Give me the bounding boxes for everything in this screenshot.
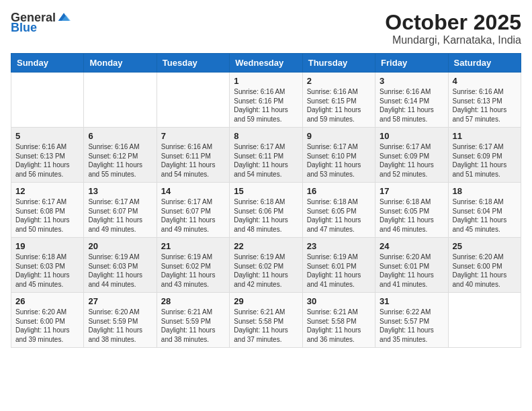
day-number: 27	[88, 296, 152, 306]
day-number: 6	[88, 131, 152, 141]
day-number: 16	[307, 186, 371, 196]
day-info: Sunrise: 6:20 AM Sunset: 5:59 PM Dayligh…	[88, 308, 152, 344]
calendar-cell: 29Sunrise: 6:21 AM Sunset: 5:58 PM Dayli…	[230, 293, 302, 348]
weekday-header-saturday: Saturday	[448, 54, 521, 73]
calendar-cell: 22Sunrise: 6:19 AM Sunset: 6:02 PM Dayli…	[230, 238, 302, 293]
calendar-cell: 6Sunrise: 6:16 AM Sunset: 6:12 PM Daylig…	[84, 128, 157, 183]
day-number: 26	[15, 296, 79, 306]
day-info: Sunrise: 6:18 AM Sunset: 6:04 PM Dayligh…	[453, 197, 517, 234]
calendar-cell: 16Sunrise: 6:18 AM Sunset: 6:05 PM Dayli…	[302, 183, 375, 238]
day-number: 11	[453, 131, 517, 141]
calendar-cell: 8Sunrise: 6:17 AM Sunset: 6:11 PM Daylig…	[230, 128, 302, 183]
day-info: Sunrise: 6:17 AM Sunset: 6:07 PM Dayligh…	[161, 197, 225, 234]
day-info: Sunrise: 6:20 AM Sunset: 6:00 PM Dayligh…	[453, 253, 517, 289]
calendar-cell: 2Sunrise: 6:16 AM Sunset: 6:15 PM Daylig…	[302, 73, 375, 128]
calendar-cell	[448, 293, 521, 348]
day-info: Sunrise: 6:20 AM Sunset: 6:01 PM Dayligh…	[380, 253, 443, 289]
calendar-week-3: 12Sunrise: 6:17 AM Sunset: 6:08 PM Dayli…	[11, 183, 521, 238]
day-info: Sunrise: 6:19 AM Sunset: 6:01 PM Dayligh…	[307, 253, 371, 289]
calendar-cell: 25Sunrise: 6:20 AM Sunset: 6:00 PM Dayli…	[448, 238, 521, 293]
day-info: Sunrise: 6:16 AM Sunset: 6:14 PM Dayligh…	[380, 87, 443, 124]
day-info: Sunrise: 6:18 AM Sunset: 6:06 PM Dayligh…	[234, 197, 298, 234]
day-number: 28	[161, 296, 225, 306]
calendar-cell	[11, 73, 84, 128]
day-info: Sunrise: 6:21 AM Sunset: 5:58 PM Dayligh…	[307, 308, 371, 344]
day-info: Sunrise: 6:17 AM Sunset: 6:07 PM Dayligh…	[88, 197, 152, 234]
calendar-title: October 2025	[385, 11, 521, 34]
calendar-cell: 11Sunrise: 6:17 AM Sunset: 6:09 PM Dayli…	[448, 128, 521, 183]
calendar-week-4: 19Sunrise: 6:18 AM Sunset: 6:03 PM Dayli…	[11, 238, 521, 293]
day-number: 20	[88, 241, 152, 251]
day-info: Sunrise: 6:18 AM Sunset: 6:05 PM Dayligh…	[380, 197, 443, 234]
calendar-cell: 23Sunrise: 6:19 AM Sunset: 6:01 PM Dayli…	[302, 238, 375, 293]
calendar-cell: 17Sunrise: 6:18 AM Sunset: 6:05 PM Dayli…	[375, 183, 448, 238]
calendar-cell: 12Sunrise: 6:17 AM Sunset: 6:08 PM Dayli…	[11, 183, 84, 238]
day-number: 23	[307, 241, 371, 251]
day-info: Sunrise: 6:21 AM Sunset: 5:58 PM Dayligh…	[234, 308, 298, 344]
weekday-header-thursday: Thursday	[302, 54, 375, 73]
day-number: 31	[380, 296, 443, 306]
calendar-cell: 30Sunrise: 6:21 AM Sunset: 5:58 PM Dayli…	[302, 293, 375, 348]
day-number: 29	[234, 296, 298, 306]
calendar-cell: 1Sunrise: 6:16 AM Sunset: 6:16 PM Daylig…	[230, 73, 302, 128]
weekday-header-row: SundayMondayTuesdayWednesdayThursdayFrid…	[11, 54, 521, 73]
day-number: 12	[15, 186, 79, 196]
calendar-week-2: 5Sunrise: 6:16 AM Sunset: 6:13 PM Daylig…	[11, 128, 521, 183]
weekday-header-friday: Friday	[375, 54, 448, 73]
day-number: 22	[234, 241, 298, 251]
calendar-week-1: 1Sunrise: 6:16 AM Sunset: 6:16 PM Daylig…	[11, 73, 521, 128]
calendar-cell: 27Sunrise: 6:20 AM Sunset: 5:59 PM Dayli…	[84, 293, 157, 348]
calendar-cell: 20Sunrise: 6:19 AM Sunset: 6:03 PM Dayli…	[84, 238, 157, 293]
day-number: 15	[234, 186, 298, 196]
day-info: Sunrise: 6:16 AM Sunset: 6:11 PM Dayligh…	[161, 142, 225, 179]
calendar-cell	[84, 73, 157, 128]
page-header: General Blue October 2025 Mundargi, Karn…	[11, 11, 521, 46]
logo-blue: Blue	[11, 21, 37, 34]
calendar-cell: 28Sunrise: 6:21 AM Sunset: 5:59 PM Dayli…	[157, 293, 229, 348]
day-number: 8	[234, 131, 298, 141]
day-info: Sunrise: 6:16 AM Sunset: 6:12 PM Dayligh…	[88, 142, 152, 179]
day-number: 19	[15, 241, 79, 251]
day-number: 9	[307, 131, 371, 141]
day-info: Sunrise: 6:16 AM Sunset: 6:13 PM Dayligh…	[15, 142, 79, 179]
day-number: 14	[161, 186, 225, 196]
day-info: Sunrise: 6:22 AM Sunset: 5:57 PM Dayligh…	[380, 308, 443, 344]
day-number: 21	[161, 241, 225, 251]
logo-icon	[57, 11, 71, 24]
calendar-cell: 3Sunrise: 6:16 AM Sunset: 6:14 PM Daylig…	[375, 73, 448, 128]
calendar-cell: 24Sunrise: 6:20 AM Sunset: 6:01 PM Dayli…	[375, 238, 448, 293]
calendar-cell: 31Sunrise: 6:22 AM Sunset: 5:57 PM Dayli…	[375, 293, 448, 348]
day-info: Sunrise: 6:16 AM Sunset: 6:15 PM Dayligh…	[307, 87, 371, 124]
calendar-cell: 9Sunrise: 6:17 AM Sunset: 6:10 PM Daylig…	[302, 128, 375, 183]
day-info: Sunrise: 6:16 AM Sunset: 6:13 PM Dayligh…	[453, 87, 517, 124]
day-info: Sunrise: 6:21 AM Sunset: 5:59 PM Dayligh…	[161, 308, 225, 344]
day-info: Sunrise: 6:19 AM Sunset: 6:02 PM Dayligh…	[161, 253, 225, 289]
weekday-header-wednesday: Wednesday	[230, 54, 302, 73]
calendar-cell: 21Sunrise: 6:19 AM Sunset: 6:02 PM Dayli…	[157, 238, 229, 293]
day-number: 10	[380, 131, 443, 141]
calendar-cell: 13Sunrise: 6:17 AM Sunset: 6:07 PM Dayli…	[84, 183, 157, 238]
weekday-header-monday: Monday	[84, 54, 157, 73]
day-number: 3	[380, 76, 443, 86]
calendar-cell: 4Sunrise: 6:16 AM Sunset: 6:13 PM Daylig…	[448, 73, 521, 128]
day-info: Sunrise: 6:19 AM Sunset: 6:02 PM Dayligh…	[234, 253, 298, 289]
day-info: Sunrise: 6:17 AM Sunset: 6:10 PM Dayligh…	[307, 142, 371, 179]
weekday-header-sunday: Sunday	[11, 54, 84, 73]
day-number: 4	[453, 76, 517, 86]
day-number: 2	[307, 76, 371, 86]
calendar-cell: 15Sunrise: 6:18 AM Sunset: 6:06 PM Dayli…	[230, 183, 302, 238]
day-info: Sunrise: 6:19 AM Sunset: 6:03 PM Dayligh…	[88, 253, 152, 289]
calendar-subtitle: Mundargi, Karnataka, India	[385, 34, 521, 46]
calendar-cell: 26Sunrise: 6:20 AM Sunset: 6:00 PM Dayli…	[11, 293, 84, 348]
day-info: Sunrise: 6:17 AM Sunset: 6:11 PM Dayligh…	[234, 142, 298, 179]
day-number: 17	[380, 186, 443, 196]
calendar-cell: 10Sunrise: 6:17 AM Sunset: 6:09 PM Dayli…	[375, 128, 448, 183]
title-block: October 2025 Mundargi, Karnataka, India	[385, 11, 521, 46]
day-number: 25	[453, 241, 517, 251]
calendar-cell: 7Sunrise: 6:16 AM Sunset: 6:11 PM Daylig…	[157, 128, 229, 183]
calendar-cell: 14Sunrise: 6:17 AM Sunset: 6:07 PM Dayli…	[157, 183, 229, 238]
calendar-cell	[157, 73, 229, 128]
calendar-cell: 5Sunrise: 6:16 AM Sunset: 6:13 PM Daylig…	[11, 128, 84, 183]
day-number: 24	[380, 241, 443, 251]
day-info: Sunrise: 6:17 AM Sunset: 6:08 PM Dayligh…	[15, 197, 79, 234]
